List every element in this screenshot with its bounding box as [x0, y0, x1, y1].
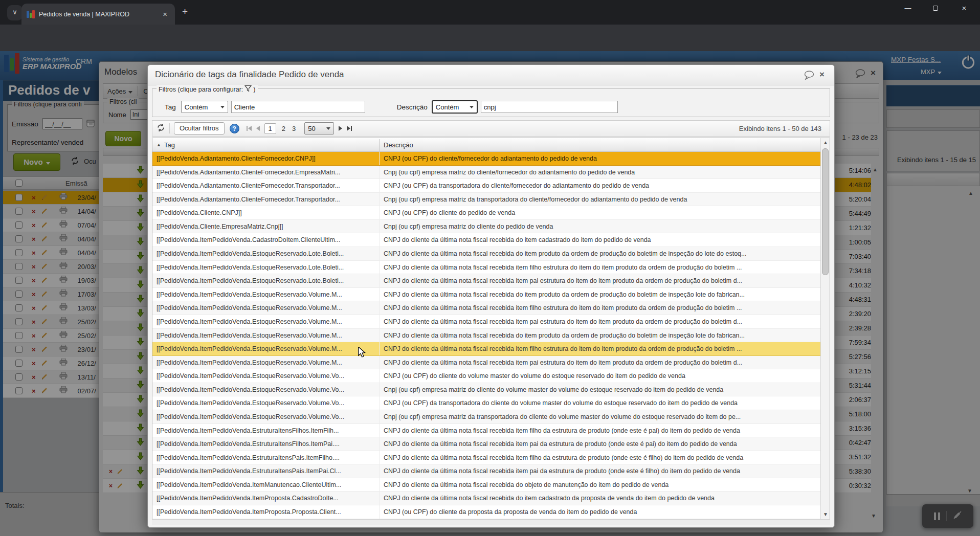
- column-divider[interactable]: [379, 139, 380, 151]
- table-row[interactable]: [[PedidoVenda.ItemPedidoVenda.EstoqueRes…: [152, 274, 820, 288]
- table-row[interactable]: [[PedidoVenda.ItemPedidoVenda.EstruturaI…: [152, 424, 820, 438]
- table-row[interactable]: [[PedidoVenda.ItemPedidoVenda.EstoqueRes…: [152, 383, 820, 397]
- table-row[interactable]: [[PedidoVenda.ItemPedidoVenda.EstoqueRes…: [152, 301, 820, 315]
- funnel-filter-icon[interactable]: [244, 85, 252, 94]
- tag-cell: [[PedidoVenda.ItemPedidoVenda.EstoqueRes…: [152, 315, 379, 328]
- desc-cell: CNPJ (ou CPF) do cliente da proposta da …: [379, 505, 820, 519]
- tag-cell: [[PedidoVenda.ItemPedidoVenda.EstoqueRes…: [152, 274, 379, 287]
- chevron-down-icon: [220, 106, 225, 108]
- desc-filter-input[interactable]: [481, 101, 618, 113]
- tab-search-button[interactable]: ∨: [7, 5, 23, 20]
- table-row[interactable]: [[PedidoVenda.ItemPedidoVenda.EstoqueRes…: [152, 396, 820, 410]
- table-row[interactable]: [[PedidoVenda.Cliente.EmpresaMatriz.Cnpj…: [152, 220, 820, 234]
- page-number-2[interactable]: 2: [281, 125, 286, 132]
- table-row[interactable]: [[PedidoVenda.ItemPedidoVenda.EstoqueRes…: [152, 342, 820, 356]
- desc-cell: Cnpj (ou cpf) empresa matriz da transpor…: [379, 193, 820, 206]
- desc-operator-select[interactable]: Contém: [432, 100, 478, 114]
- table-row[interactable]: [[PedidoVenda.ItemPedidoVenda.ItemManute…: [152, 478, 820, 492]
- tag-cell: [[PedidoVenda.ItemPedidoVenda.EstoqueRes…: [152, 383, 379, 396]
- last-page-icon[interactable]: [347, 126, 352, 131]
- page-number-1[interactable]: 1: [264, 123, 276, 134]
- scroll-down-icon[interactable]: ▼: [823, 511, 828, 517]
- window-maximize-button[interactable]: [924, 0, 947, 17]
- screen: ∨ Pedidos de venda | MAXIPROD × + — × ← …: [0, 0, 980, 536]
- tag-cell: [[PedidoVenda.ItemPedidoVenda.EstoqueRes…: [152, 410, 379, 423]
- table-row[interactable]: [[PedidoVenda.ItemPedidoVenda.EstoqueRes…: [152, 261, 820, 275]
- scroll-up-icon[interactable]: ▲: [823, 140, 828, 145]
- table-row[interactable]: [[PedidoVenda.ItemPedidoVenda.EstruturaI…: [152, 451, 820, 465]
- tags-grid: ▲ Tag Descrição [[PedidoVenda.Adiantamen…: [152, 138, 830, 519]
- tag-cell: [[PedidoVenda.ItemPedidoVenda.EstruturaI…: [152, 437, 379, 451]
- desc-cell: Cnpj (ou cpf) empresa matriz do cliente …: [379, 383, 820, 396]
- mouse-cursor: [357, 347, 367, 360]
- desc-cell: Cnpj (ou cpf) empresa matriz do cliente/…: [379, 166, 820, 179]
- tag-filter-input[interactable]: [231, 101, 365, 113]
- tag-cell: [[PedidoVenda.Cliente.CNPJ]]: [152, 206, 379, 219]
- table-row[interactable]: [[PedidoVenda.ItemPedidoVenda.EstoqueRes…: [152, 410, 820, 424]
- table-row[interactable]: [[PedidoVenda.ItemPedidoVenda.EstoqueRes…: [152, 369, 820, 383]
- page-size-value: 50: [308, 125, 315, 132]
- desc-cell: CNPJ do cliente da última nota fiscal re…: [379, 464, 820, 478]
- pager: 1 2 3 50: [247, 122, 352, 135]
- table-row[interactable]: [[PedidoVenda.ItemPedidoVenda.CadastroDo…: [152, 233, 820, 247]
- table-row[interactable]: [[PedidoVenda.Adiantamento.ClienteFornec…: [152, 152, 820, 166]
- desc-cell: CNPJ do cliente da última nota fiscal re…: [379, 247, 820, 260]
- table-row[interactable]: [[PedidoVenda.Adiantamento.ClienteFornec…: [152, 179, 820, 193]
- dialog-filters-fieldset[interactable]: Filtros (clique para configurar: ) Tag C…: [152, 88, 830, 117]
- table-row[interactable]: [[PedidoVenda.ItemPedidoVenda.EstoqueRes…: [152, 247, 820, 261]
- table-row[interactable]: [[PedidoVenda.ItemPedidoVenda.EstoqueRes…: [152, 356, 820, 370]
- desc-cell: CNPJ do cliente da última nota fiscal re…: [379, 301, 820, 315]
- prev-page-icon[interactable]: [256, 126, 260, 131]
- table-row[interactable]: [[PedidoVenda.ItemPedidoVenda.ItemPropos…: [152, 505, 820, 519]
- new-tab-button[interactable]: +: [182, 6, 188, 17]
- next-page-icon[interactable]: [339, 126, 342, 131]
- table-row[interactable]: [[PedidoVenda.ItemPedidoVenda.EstruturaI…: [152, 437, 820, 451]
- column-tag[interactable]: Tag: [164, 141, 175, 149]
- tag-cell: [[PedidoVenda.Adiantamento.ClienteFornec…: [152, 166, 379, 179]
- desc-cell: Cnpj (ou cpf) empresa matriz do cliente …: [379, 220, 820, 233]
- browser-tab[interactable]: Pedidos de venda | MAXIPROD ×: [21, 4, 175, 25]
- dialog-footer: [152, 519, 830, 525]
- legend-close-paren: ): [253, 86, 255, 93]
- tag-cell: [[PedidoVenda.ItemPedidoVenda.EstoqueRes…: [152, 369, 379, 383]
- page-number-3[interactable]: 3: [291, 125, 297, 132]
- tag-cell: [[PedidoVenda.ItemPedidoVenda.EstoqueRes…: [152, 247, 379, 260]
- desc-cell: CNPJ do cliente da última nota fiscal re…: [379, 356, 820, 369]
- table-row[interactable]: [[PedidoVenda.ItemPedidoVenda.EstoqueRes…: [152, 315, 820, 329]
- tag-cell: [[PedidoVenda.ItemPedidoVenda.EstoqueRes…: [152, 396, 379, 410]
- table-row[interactable]: [[PedidoVenda.Cliente.CNPJ]] CNPJ (ou CP…: [152, 206, 820, 220]
- tag-cell: [[PedidoVenda.ItemPedidoVenda.CadastroDo…: [152, 233, 379, 247]
- tab-close-icon[interactable]: ×: [160, 9, 170, 19]
- window-minimize-button[interactable]: —: [896, 0, 920, 17]
- table-row[interactable]: [[PedidoVenda.ItemPedidoVenda.ItemPropos…: [152, 492, 820, 505]
- chevron-down-icon: ∨: [12, 8, 17, 16]
- tag-cell: [[PedidoVenda.ItemPedidoVenda.EstoqueRes…: [152, 261, 379, 274]
- tag-cell: [[PedidoVenda.ItemPedidoVenda.EstoqueRes…: [152, 342, 379, 355]
- table-row[interactable]: [[PedidoVenda.ItemPedidoVenda.EstoqueRes…: [152, 288, 820, 302]
- column-descricao[interactable]: Descrição: [384, 141, 413, 149]
- comment-bubble-icon[interactable]: [804, 71, 814, 82]
- web-page: Sistema de gestãoERP MAXIPROD CRM MXP Fe…: [0, 51, 980, 536]
- hide-filters-button[interactable]: Ocultar filtros: [174, 122, 225, 135]
- grid-column-header: ▲ Tag Descrição: [152, 138, 820, 152]
- tag-cell: [[PedidoVenda.ItemPedidoVenda.EstruturaI…: [152, 464, 379, 478]
- table-row[interactable]: [[PedidoVenda.ItemPedidoVenda.EstruturaI…: [152, 464, 820, 478]
- table-row[interactable]: [[PedidoVenda.Adiantamento.ClienteFornec…: [152, 193, 820, 207]
- sort-asc-icon[interactable]: ▲: [157, 142, 161, 147]
- page-size-select[interactable]: 50: [304, 122, 334, 135]
- help-icon[interactable]: ?: [230, 124, 239, 133]
- first-page-icon[interactable]: [247, 126, 252, 131]
- table-row[interactable]: [[PedidoVenda.Adiantamento.ClienteFornec…: [152, 166, 820, 180]
- desc-cell: CNPJ (ou CPF) do cliente do volume maste…: [379, 369, 820, 383]
- window-close-button[interactable]: ×: [952, 0, 976, 17]
- toolbar-divider: [169, 123, 170, 133]
- desc-cell: CNPJ do cliente da última nota fiscal re…: [379, 233, 820, 247]
- chevron-down-icon: [470, 106, 474, 108]
- refresh-icon[interactable]: [157, 123, 165, 134]
- tag-operator-select[interactable]: Contém: [181, 101, 228, 113]
- table-row[interactable]: [[PedidoVenda.ItemPedidoVenda.EstoqueRes…: [152, 329, 820, 343]
- tag-cell: [[PedidoVenda.ItemPedidoVenda.EstoqueRes…: [152, 356, 379, 369]
- chevron-down-icon: [326, 127, 330, 130]
- close-icon[interactable]: ×: [819, 70, 825, 80]
- scrollbar-thumb[interactable]: [822, 148, 829, 275]
